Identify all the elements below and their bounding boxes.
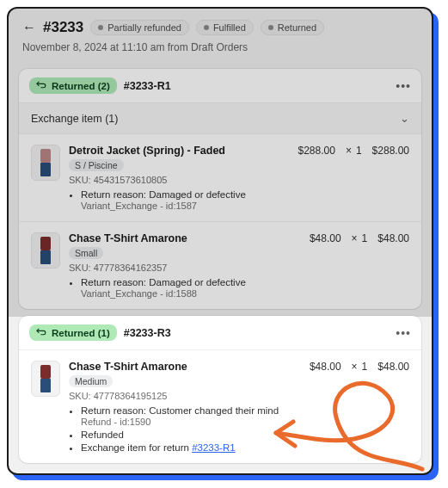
item-pricing: $48.00 ×1 $48.00 — [310, 232, 409, 299]
return-id: #3233-R1 — [124, 80, 171, 92]
line-item: Detroit Jacket (Spring) - Faded S / Pisc… — [19, 133, 421, 221]
order-detail-frame: ← #3233 Partially refunded Fulfilled Ret… — [7, 7, 433, 475]
order-number: #3233 — [43, 19, 83, 36]
order-meta: November 8, 2024 at 11:10 am from Draft … — [22, 41, 418, 53]
chevron-down-icon: ⌄ — [400, 112, 409, 125]
variant-pill: Medium — [69, 375, 113, 387]
item-title: Detroit Jacket (Spring) - Faded — [69, 145, 290, 157]
line-item: Chase T-Shirt Amarone Medium SKU: 477783… — [19, 349, 421, 463]
svg-rect-3 — [40, 250, 51, 264]
item-pricing: $48.00 ×1 $48.00 — [310, 361, 409, 453]
svg-rect-5 — [40, 379, 51, 392]
return-reason: Return reason: Customer changed their mi… — [81, 405, 301, 427]
variant-pill: S / Piscine — [69, 159, 124, 171]
svg-rect-4 — [40, 365, 51, 379]
item-sku: SKU: 47778364195125 — [69, 391, 301, 401]
variant-pill: Small — [69, 247, 103, 259]
status-badge-partially-refunded: Partially refunded — [90, 20, 189, 35]
item-sku: SKU: 47778364162357 — [69, 263, 301, 273]
svg-rect-1 — [40, 163, 51, 176]
status-badge-returned: Returned — [261, 20, 324, 35]
exchange-section-toggle[interactable]: Exchange item (1) ⌄ — [19, 102, 421, 133]
item-title: Chase T-Shirt Amarone — [69, 232, 301, 244]
order-header: ← #3233 Partially refunded Fulfilled Ret… — [9, 9, 432, 62]
status-badge-fulfilled: Fulfilled — [196, 20, 254, 35]
return-icon — [36, 327, 47, 338]
product-thumb — [31, 232, 60, 269]
section-label: Exchange item (1) — [31, 113, 118, 125]
card-menu-button[interactable]: ••• — [396, 326, 411, 340]
svg-rect-2 — [40, 237, 51, 250]
return-reason: Return reason: Damaged or defective Vari… — [81, 189, 290, 211]
return-id: #3233-R3 — [124, 327, 171, 339]
product-thumb — [31, 361, 60, 397]
returned-badge: Returned (1) — [29, 324, 117, 341]
return-icon — [36, 80, 47, 91]
back-button[interactable]: ← — [22, 20, 36, 35]
svg-rect-0 — [40, 149, 51, 163]
return-reason: Return reason: Damaged or defective Vari… — [81, 277, 301, 299]
item-sku: SKU: 45431573610805 — [69, 175, 290, 185]
product-thumb — [31, 145, 60, 181]
refunded-status: Refunded — [81, 429, 301, 440]
item-pricing: $288.00 ×1 $288.00 — [298, 145, 409, 211]
item-title: Chase T-Shirt Amarone — [69, 361, 301, 373]
returned-badge: Returned (2) — [29, 77, 117, 94]
exchange-return-link[interactable]: #3233-R1 — [192, 442, 236, 453]
return-card: Returned (1) #3233-R3 ••• Chase T-Shirt … — [19, 316, 421, 463]
exchange-link-line: Exchange item for return #3233-R1 — [81, 442, 301, 453]
line-item: Chase T-Shirt Amarone Small SKU: 4777836… — [19, 221, 421, 309]
card-menu-button[interactable]: ••• — [396, 79, 411, 93]
return-card: Returned (2) #3233-R1 ••• Exchange item … — [19, 69, 421, 309]
